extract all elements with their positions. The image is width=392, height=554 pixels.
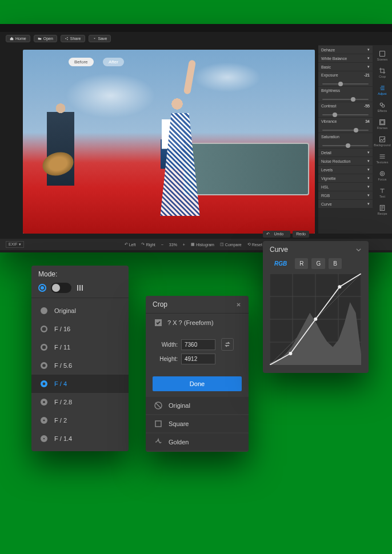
photo-person-guitar bbox=[38, 86, 83, 234]
svg-point-23 bbox=[43, 401, 45, 403]
mode-radial-icon[interactable] bbox=[38, 284, 46, 292]
curve-graph[interactable] bbox=[270, 274, 361, 365]
aperture-item-f14[interactable]: F / 1.4 bbox=[31, 429, 129, 448]
freeform-icon bbox=[154, 318, 163, 327]
zoom-level: 33% bbox=[169, 243, 177, 247]
home-button[interactable]: Home bbox=[6, 35, 30, 42]
curve-panel: Curve RGB R G B bbox=[263, 241, 369, 373]
photo-editor-window: Home Open Share Save Before After Dehaze… bbox=[0, 24, 392, 252]
after-pill[interactable]: After bbox=[103, 58, 124, 66]
aperture-item-f28[interactable]: F / 2.8 bbox=[31, 393, 129, 411]
svg-point-25 bbox=[43, 419, 45, 421]
crop-panel: Crop ? X ? (Freeform) Width: Height: Don… bbox=[146, 296, 249, 452]
save-button[interactable]: Save bbox=[89, 35, 111, 42]
crop-preset-square[interactable]: Square bbox=[146, 415, 249, 432]
photo-person-dancing bbox=[146, 86, 209, 234]
svg-point-44 bbox=[314, 318, 317, 321]
tool-frames[interactable]: Frames bbox=[374, 116, 391, 132]
redo-button[interactable]: Redo bbox=[293, 231, 309, 238]
share-button[interactable]: Share bbox=[61, 35, 85, 42]
tool-focus[interactable]: Focus bbox=[374, 167, 391, 183]
svg-point-2 bbox=[67, 39, 68, 40]
tool-recipe[interactable]: Recipe bbox=[374, 202, 391, 218]
crop-preset-original[interactable]: Original bbox=[146, 397, 249, 414]
section-levels[interactable]: Levels▾ bbox=[318, 166, 373, 174]
mode-toggle[interactable] bbox=[51, 283, 71, 293]
crop-presets: OriginalSquareGolden bbox=[146, 397, 249, 451]
svg-point-10 bbox=[382, 172, 383, 174]
mode-linear-icon[interactable] bbox=[76, 284, 84, 292]
section-vignette[interactable]: Vignette▾ bbox=[318, 174, 373, 182]
aperture-item-f11[interactable]: F / 11 bbox=[31, 338, 129, 356]
section-rgb[interactable]: RGB▾ bbox=[318, 191, 373, 199]
histogram-button[interactable]: ▦ Histogram bbox=[191, 242, 214, 247]
slider-saturation[interactable]: Saturation bbox=[318, 133, 373, 148]
svg-point-21 bbox=[43, 383, 46, 386]
crop-height-row: Height: bbox=[154, 354, 241, 364]
tool-text[interactable]: Text bbox=[374, 184, 391, 200]
aperture-item-f16[interactable]: F / 16 bbox=[31, 320, 129, 338]
curve-channels: RGB R G B bbox=[263, 258, 369, 274]
rotate-left-button[interactable]: ↶ Left bbox=[125, 242, 136, 247]
undo-button[interactable]: ↶ Undo bbox=[263, 231, 291, 238]
slider-exposure[interactable]: Exposure-21 bbox=[318, 71, 373, 86]
crop-freeform-row[interactable]: ? X ? (Freeform) bbox=[146, 314, 249, 332]
crop-height-input[interactable] bbox=[181, 354, 215, 364]
channel-r-button[interactable]: R bbox=[295, 258, 308, 269]
image-canvas[interactable]: Before After bbox=[23, 50, 315, 234]
section-dehaze[interactable]: Dehaze▾ bbox=[318, 46, 373, 54]
width-label: Width: bbox=[154, 342, 178, 348]
tool-rail: Scenes Crop Adjust Effects Frames Backgr… bbox=[373, 45, 392, 234]
swap-dimensions-button[interactable] bbox=[221, 338, 234, 351]
mode-bar bbox=[31, 283, 129, 298]
zoom-out-button[interactable]: − bbox=[161, 243, 163, 247]
tool-adjust[interactable]: Adjust bbox=[374, 82, 391, 98]
zoom-in-button[interactable]: + bbox=[183, 243, 185, 247]
open-button[interactable]: Open bbox=[34, 35, 57, 42]
before-pill[interactable]: Before bbox=[69, 58, 94, 66]
exif-button[interactable]: EXIF ▾ bbox=[6, 241, 24, 248]
svg-point-45 bbox=[338, 285, 341, 288]
tool-scenes[interactable]: Scenes bbox=[374, 47, 391, 63]
svg-rect-8 bbox=[380, 137, 385, 142]
section-detail[interactable]: Detail▾ bbox=[318, 148, 373, 156]
tool-background[interactable]: Background bbox=[374, 133, 391, 149]
tool-textures[interactable]: Textures bbox=[374, 150, 391, 166]
compare-button[interactable]: ◫ Compare bbox=[220, 242, 242, 247]
crop-width-input[interactable] bbox=[181, 339, 215, 350]
svg-point-17 bbox=[42, 346, 46, 349]
crop-done-button[interactable]: Done bbox=[153, 376, 242, 391]
aperture-item-f56[interactable]: F / 5.6 bbox=[31, 356, 129, 375]
section-whitebalance[interactable]: White Balance▾ bbox=[318, 54, 373, 62]
crop-preset-golden[interactable]: Golden bbox=[146, 433, 249, 451]
curve-title: Curve bbox=[270, 246, 288, 254]
svg-rect-3 bbox=[380, 51, 385, 56]
section-hsl[interactable]: HSL▾ bbox=[318, 183, 373, 191]
tool-crop[interactable]: Crop bbox=[374, 65, 391, 81]
svg-point-12 bbox=[41, 307, 47, 314]
section-curve[interactable]: Curve▾ bbox=[318, 200, 373, 208]
section-noise[interactable]: Noise Reduction▾ bbox=[318, 157, 373, 165]
svg-point-1 bbox=[67, 37, 68, 38]
aperture-item-f2[interactable]: F / 2 bbox=[31, 411, 129, 429]
collapse-icon[interactable] bbox=[355, 247, 362, 253]
svg-rect-31 bbox=[155, 421, 161, 427]
slider-brightness[interactable]: Brightness bbox=[318, 87, 373, 102]
aperture-item-f4[interactable]: F / 4 bbox=[31, 375, 129, 393]
crop-title: Crop bbox=[153, 300, 167, 308]
svg-line-30 bbox=[155, 403, 161, 408]
channel-rgb-button[interactable]: RGB bbox=[270, 258, 291, 269]
tool-effects[interactable]: Effects bbox=[374, 99, 391, 115]
titlebar bbox=[0, 24, 392, 32]
channel-g-button[interactable]: G bbox=[311, 258, 325, 269]
aperture-item-original[interactable]: Original bbox=[31, 302, 129, 320]
svg-rect-7 bbox=[381, 121, 384, 124]
channel-b-button[interactable]: B bbox=[329, 258, 342, 269]
section-basic[interactable]: Basic▾ bbox=[318, 63, 373, 71]
svg-point-9 bbox=[380, 171, 385, 176]
slider-vibrance[interactable]: Vibrance34 bbox=[318, 118, 373, 133]
rotate-right-button[interactable]: ↷ Right bbox=[141, 242, 155, 247]
close-icon[interactable] bbox=[235, 302, 242, 308]
slider-contrast[interactable]: Contrast-55 bbox=[318, 102, 373, 117]
aperture-list: OriginalF / 16F / 11F / 5.6F / 4F / 2.8F… bbox=[31, 298, 129, 451]
